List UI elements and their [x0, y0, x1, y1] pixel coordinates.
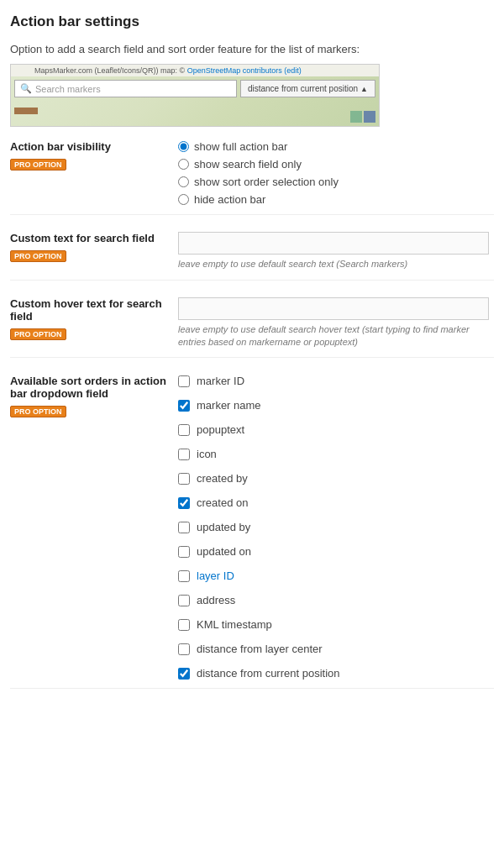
sort-order-item-layer_id[interactable]: layer ID — [178, 569, 494, 582]
sort-order-item-marker_id[interactable]: marker ID — [178, 375, 494, 387]
sort-order-label-updated_by: updated by — [197, 521, 250, 533]
sort-order-label-marker_name: marker name — [197, 399, 261, 412]
custom-text-hint: leave empty to use default search text (… — [178, 258, 494, 270]
custom-hover-text-hint: leave empty to use default search hover … — [178, 323, 494, 349]
sort-order-item-kml_timestamp[interactable]: KML timestamp — [178, 618, 494, 631]
map-scale-bar — [14, 108, 38, 114]
custom-hover-text-pro-badge: PRO OPTION — [10, 328, 66, 340]
sort-order-label-kml_timestamp: KML timestamp — [197, 618, 272, 631]
map-attr: MapsMarker.com (Leaflet/Icons/QR)) map: … — [34, 66, 302, 75]
page-title: Action bar settings — [10, 13, 494, 30]
sort-order-item-updated_by[interactable]: updated by — [178, 521, 494, 533]
search-icon-small: 🔍 — [20, 83, 32, 94]
sort-order-item-marker_name[interactable]: marker name — [178, 399, 494, 412]
map-icon-1 — [350, 111, 362, 123]
intro-text: Option to add a search field and sort or… — [10, 42, 494, 57]
sort-order-label-distance_from_current_position: distance from current position — [197, 667, 340, 680]
sort-order-checkbox-layer_id[interactable] — [178, 570, 190, 582]
map-search-placeholder: Search markers — [35, 84, 101, 94]
map-distance-label: distance from current position — [248, 84, 358, 93]
map-distance-button[interactable]: distance from current position ▲ — [240, 80, 375, 97]
sort-order-checkbox-updated_by[interactable] — [178, 522, 190, 533]
sort-order-label-icon: icon — [197, 448, 217, 460]
custom-text-section: Custom text for search field PRO OPTION … — [10, 232, 494, 280]
radio-show-sort-only-input[interactable] — [178, 176, 189, 187]
chevron-up-icon: ▲ — [360, 85, 368, 93]
custom-text-label-col: Custom text for search field PRO OPTION — [10, 232, 178, 270]
sort-order-item-distance_from_current_position[interactable]: distance from current position — [178, 667, 494, 680]
radio-show-sort-only-label: show sort order selection only — [194, 176, 339, 188]
custom-hover-text-input[interactable] — [178, 297, 489, 320]
custom-hover-text-label-col: Custom hover text for search field PRO O… — [10, 297, 178, 349]
sort-order-checkbox-marker_name[interactable] — [178, 400, 190, 412]
sort-order-label-created_on: created on — [197, 496, 248, 509]
sort-order-label-updated_on: updated on — [197, 545, 251, 558]
custom-text-heading: Custom text for search field — [10, 232, 168, 244]
sort-order-item-created_by[interactable]: created by — [178, 472, 494, 485]
sort-orders-label-col: Available sort orders in action bar drop… — [10, 375, 178, 680]
sort-order-checkbox-kml_timestamp[interactable] — [178, 619, 190, 631]
map-bottom-icons — [350, 111, 375, 123]
sort-orders-pro-badge: PRO OPTION — [10, 406, 66, 417]
sort-order-checkbox-created_on[interactable] — [178, 497, 190, 509]
sort-order-checkbox-distance_from_layer_center[interactable] — [178, 643, 190, 655]
map-search-bar[interactable]: 🔍 Search markers — [14, 80, 237, 97]
sort-order-label-created_by: created by — [197, 472, 248, 485]
sort-order-label-popuptext: popuptext — [197, 423, 244, 436]
action-bar-visibility-content: show full action bar show search field o… — [178, 140, 494, 206]
sort-order-label-address: address — [197, 594, 235, 606]
sort-order-label-distance_from_layer_center: distance from layer center — [197, 643, 323, 655]
sort-order-checkbox-updated_on[interactable] — [178, 546, 190, 558]
radio-show-full-input[interactable] — [178, 141, 189, 152]
radio-hide[interactable]: hide action bar — [178, 193, 494, 206]
action-bar-visibility-section: Action bar visibility PRO OPTION show fu… — [10, 140, 494, 215]
sort-order-item-distance_from_layer_center[interactable]: distance from layer center — [178, 643, 494, 655]
sort-order-checkbox-icon[interactable] — [178, 449, 190, 460]
custom-hover-text-heading: Custom hover text for search field — [10, 297, 168, 323]
sort-orders-section: Available sort orders in action bar drop… — [10, 375, 494, 689]
action-bar-visibility-pro-badge: PRO OPTION — [10, 159, 66, 171]
action-bar-visibility-label-col: Action bar visibility PRO OPTION — [10, 140, 178, 206]
custom-text-pro-badge: PRO OPTION — [10, 250, 66, 262]
sort-order-item-popuptext[interactable]: popuptext — [178, 423, 494, 436]
map-preview: 3 mi MapsMarker.com (Leaflet/Icons/QR)) … — [10, 64, 380, 127]
sort-order-label-layer_id: layer ID — [197, 569, 234, 582]
radio-hide-label: hide action bar — [194, 193, 265, 206]
action-bar-radio-group: show full action bar show search field o… — [178, 140, 494, 206]
custom-text-content: leave empty to use default search text (… — [178, 232, 494, 270]
sort-order-checkbox-distance_from_current_position[interactable] — [178, 668, 190, 680]
radio-show-full[interactable]: show full action bar — [178, 140, 494, 153]
radio-show-search-only[interactable]: show search field only — [178, 158, 494, 171]
custom-hover-text-section: Custom hover text for search field PRO O… — [10, 297, 494, 359]
sort-order-item-icon[interactable]: icon — [178, 448, 494, 460]
radio-show-search-only-label: show search field only — [194, 158, 302, 171]
sort-order-item-created_on[interactable]: created on — [178, 496, 494, 509]
action-bar-visibility-heading: Action bar visibility — [10, 140, 168, 153]
custom-hover-text-content: leave empty to use default search hover … — [178, 297, 494, 349]
radio-hide-input[interactable] — [178, 194, 189, 205]
map-icon-2 — [364, 111, 375, 123]
sort-orders-content: marker IDmarker namepopuptexticoncreated… — [178, 375, 494, 680]
radio-show-full-label: show full action bar — [194, 140, 287, 153]
sort-order-label-marker_id: marker ID — [197, 375, 244, 387]
sort-order-checkbox-popuptext[interactable] — [178, 424, 190, 436]
sort-order-checkbox-address[interactable] — [178, 595, 190, 606]
radio-show-sort-only[interactable]: show sort order selection only — [178, 176, 494, 188]
radio-show-search-only-input[interactable] — [178, 159, 189, 170]
sort-order-item-updated_on[interactable]: updated on — [178, 545, 494, 558]
sort-orders-checkbox-list: marker IDmarker namepopuptexticoncreated… — [178, 375, 494, 680]
sort-orders-heading: Available sort orders in action bar drop… — [10, 375, 168, 400]
sort-order-item-address[interactable]: address — [178, 594, 494, 606]
sort-order-checkbox-created_by[interactable] — [178, 473, 190, 485]
custom-text-input[interactable] — [178, 232, 489, 255]
sort-order-checkbox-marker_id[interactable] — [178, 375, 190, 387]
